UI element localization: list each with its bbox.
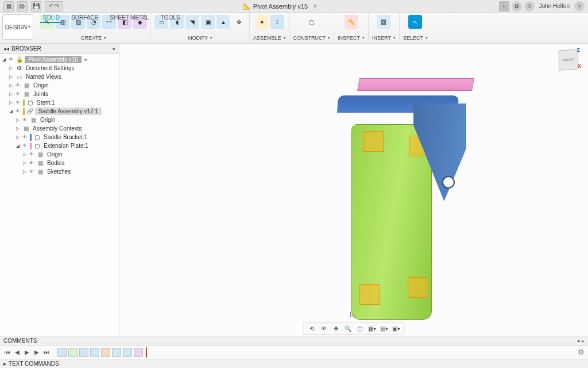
- axis-x-label: X: [578, 63, 581, 69]
- viewports-icon[interactable]: ▣▾: [392, 324, 401, 333]
- titlebar-right: + ✪ ① John Helfen ?: [499, 1, 585, 12]
- expand-textcmd-icon[interactable]: ▸: [3, 361, 6, 367]
- bracket-hole[interactable]: [442, 176, 455, 189]
- user-name[interactable]: John Helfen: [539, 3, 570, 9]
- root-label: Pivot Assembly v15: [25, 56, 82, 63]
- viewport[interactable]: FRONT Z X ⟲ 👁 ✥ 🔍 ▢ ▦▾ ▤▾ ▣▾: [119, 44, 588, 336]
- timeline-back-icon[interactable]: ◀: [13, 348, 21, 356]
- timeline-settings-icon[interactable]: ⚙: [578, 348, 585, 356]
- notifications-icon[interactable]: ①: [524, 1, 535, 12]
- save-button[interactable]: 💾: [31, 1, 41, 12]
- assemble-dropdown[interactable]: ASSEMBLE: [253, 35, 286, 41]
- timeline-marker[interactable]: [146, 347, 147, 358]
- insert-derive-icon[interactable]: 🖼: [377, 15, 390, 29]
- ribbon-group-insert: 🖼 INSERT: [369, 13, 400, 42]
- tree-saddle-bracket[interactable]: ▷👁▢Saddle Bracket:1: [0, 133, 119, 141]
- timeline-feature-8[interactable]: [134, 348, 143, 357]
- insert-dropdown[interactable]: INSERT: [372, 35, 396, 41]
- pan-icon[interactable]: ✥: [331, 324, 341, 333]
- tree-ext-plate[interactable]: ◢👁▢Extension Plate:1: [0, 141, 119, 150]
- tree-sketches[interactable]: ▷👁▦Sketches: [0, 167, 119, 176]
- timeline-feature-3[interactable]: [79, 348, 88, 357]
- timeline-feature-2[interactable]: [68, 348, 78, 357]
- collapse-icon[interactable]: ◂◂: [3, 45, 9, 52]
- display-style-icon[interactable]: ▦▾: [368, 324, 377, 333]
- timeline-feature-7[interactable]: [123, 348, 132, 357]
- plane-icon[interactable]: ▢: [305, 15, 319, 29]
- comments-label: COMMENTS: [3, 338, 37, 344]
- ribbon-group-construct: ▢ CONSTRUCT: [290, 13, 335, 42]
- timeline-start-icon[interactable]: ⏮: [3, 348, 11, 356]
- timeline-feature-5[interactable]: [101, 348, 110, 357]
- tab-surface[interactable]: SURFACE: [69, 13, 100, 23]
- inspect-dropdown[interactable]: INSPECT: [338, 35, 365, 41]
- tab-solid[interactable]: SOLID: [40, 13, 62, 23]
- help-icon[interactable]: ?: [574, 1, 585, 12]
- chamfer-icon[interactable]: ◥: [185, 15, 199, 29]
- tree-ep-origin[interactable]: ▷👁▦Origin: [0, 150, 119, 159]
- timeline-feature-1[interactable]: [57, 348, 67, 357]
- browser-tree: ◢👁🔒Pivot Assembly v15● ▷⚙Document Settin…: [0, 54, 119, 177]
- draft-icon[interactable]: ▲: [216, 15, 230, 29]
- tree-doc-settings[interactable]: ▷⚙Document Settings: [0, 64, 119, 72]
- model-bracket[interactable]: [338, 86, 470, 201]
- pin-icon[interactable]: ●: [113, 46, 115, 52]
- undo-redo-group[interactable]: ↶ ↷: [45, 1, 63, 12]
- fit-icon[interactable]: ▢: [355, 324, 365, 333]
- ribbon-group-inspect: 📏 INSPECT: [334, 13, 369, 42]
- timeline-fwd-icon[interactable]: ▶: [33, 348, 41, 356]
- viewcube[interactable]: FRONT Z X: [556, 47, 581, 72]
- timeline-feature-4[interactable]: [90, 348, 99, 357]
- axis-z-label: Z: [577, 47, 581, 53]
- look-icon[interactable]: 👁: [319, 324, 328, 333]
- zoom-icon[interactable]: 🔍: [343, 324, 353, 333]
- comments-pin-icon[interactable]: ● ▸: [577, 338, 585, 344]
- tree-stem[interactable]: ▷👁▢Stem:1: [0, 98, 119, 107]
- comments-panel-header[interactable]: COMMENTS ● ▸: [0, 336, 588, 345]
- tree-origin[interactable]: ▷👁▦Origin: [0, 81, 119, 90]
- timeline-feature-6[interactable]: [112, 348, 121, 357]
- construct-dropdown[interactable]: CONSTRUCT: [293, 35, 331, 41]
- new-tab-button[interactable]: +: [499, 1, 509, 12]
- file-menu-button[interactable]: ▤▾: [17, 1, 28, 12]
- joint-origin-bl[interactable]: [359, 284, 380, 305]
- modify-dropdown[interactable]: MODIFY: [188, 35, 212, 41]
- browser-header[interactable]: ◂◂ BROWSER ●: [0, 44, 119, 54]
- browser-panel: ◂◂ BROWSER ● ◢👁🔒Pivot Assembly v15● ▷⚙Do…: [0, 44, 119, 336]
- tab-sheetmetal[interactable]: SHEET METAL: [107, 13, 152, 23]
- titlebar-left: ▦ ▤▾ 💾 ↶ ↷: [3, 1, 63, 12]
- tree-root[interactable]: ◢👁🔒Pivot Assembly v15●: [0, 55, 119, 64]
- create-dropdown[interactable]: CREATE: [81, 35, 106, 41]
- tree-bodies[interactable]: ▷👁▦Bodies: [0, 159, 119, 167]
- measure-icon[interactable]: 📏: [345, 15, 358, 29]
- model-extension-plate[interactable]: [357, 78, 474, 91]
- timeline-end-icon[interactable]: ⏭: [42, 348, 51, 356]
- close-tab-icon[interactable]: ×: [311, 2, 319, 10]
- shell-icon[interactable]: ▣: [201, 15, 215, 29]
- tree-asm-contexts[interactable]: ▷▦Assembly Contexts: [0, 124, 119, 133]
- tree-sa-origin[interactable]: ▷👁▦Origin: [0, 116, 119, 124]
- origin-triad-icon[interactable]: [349, 312, 357, 320]
- orbit-icon[interactable]: ⟲: [307, 324, 316, 333]
- tree-joints[interactable]: ▷👁▦Joints: [0, 90, 119, 98]
- document-tab[interactable]: 📐 Pivot Assembly v15 ×: [63, 2, 499, 10]
- select-dropdown[interactable]: SELECT: [403, 35, 428, 41]
- app-menu-icon[interactable]: ▦: [3, 1, 14, 12]
- select-cursor-icon[interactable]: ↖: [408, 15, 422, 29]
- viewcube-face[interactable]: FRONT: [559, 49, 578, 71]
- timeline-play-icon[interactable]: ▶: [23, 348, 31, 356]
- extensions-icon[interactable]: ✪: [512, 1, 522, 12]
- joint-origin-br[interactable]: [408, 277, 428, 298]
- workspace-switcher[interactable]: DESIGN: [2, 14, 33, 40]
- joint-icon[interactable]: ⟟: [270, 15, 284, 29]
- new-component-icon[interactable]: ✷: [255, 15, 269, 29]
- model-view[interactable]: [326, 78, 487, 325]
- tree-named-views[interactable]: ▷▭Named Views: [0, 72, 119, 81]
- tree-saddle-asm[interactable]: ◢👁🔗Saddle Assembly v17:1: [0, 107, 119, 116]
- grid-icon[interactable]: ▤▾: [380, 324, 389, 333]
- move-icon[interactable]: ✥: [232, 15, 246, 29]
- timeline: ⏮ ◀ ▶ ▶ ⏭ ⚙: [0, 345, 588, 359]
- text-commands-label: TEXT COMMANDS: [9, 361, 59, 367]
- text-commands-header[interactable]: ▸ TEXT COMMANDS: [0, 359, 588, 368]
- tab-tools[interactable]: TOOLS: [158, 13, 183, 23]
